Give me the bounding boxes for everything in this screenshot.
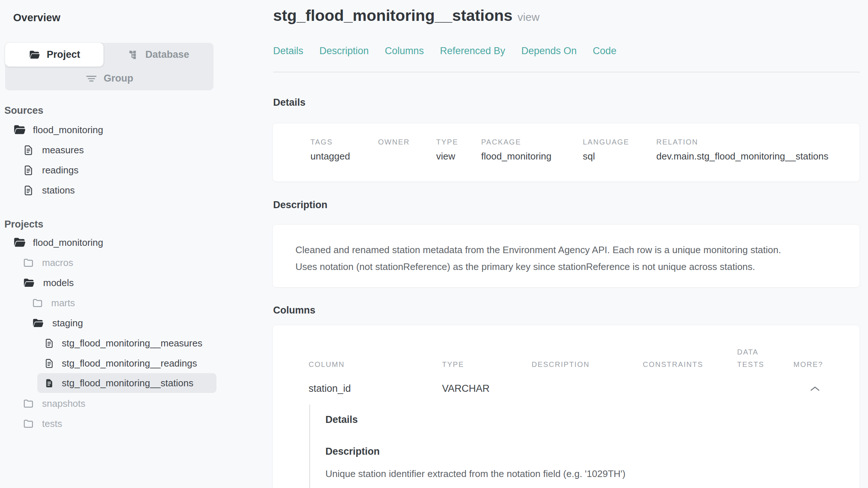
col-header-column: COLUMN <box>309 358 442 371</box>
overview-heading: Overview <box>13 12 60 24</box>
sidebar-item-marts[interactable]: marts <box>32 293 75 313</box>
nav-link-columns[interactable]: Columns <box>385 45 424 57</box>
projects-section-label: Projects <box>4 219 44 230</box>
col-header-data-tests: DATA TESTS <box>737 346 793 371</box>
sidebar-view-tabs: Project Database Group <box>5 43 214 90</box>
column-description-heading: Description <box>325 446 836 457</box>
columns-table-header: COLUMN TYPE DESCRIPTION CONSTRAINTS DATA… <box>309 346 842 371</box>
folder-open-icon <box>13 236 26 249</box>
sidebar-item-staging[interactable]: staging <box>32 313 83 333</box>
folder-icon <box>32 297 43 308</box>
header-divider <box>273 72 860 72</box>
details-fields: TAGS untagged OWNER TYPE view PACKAGE fl… <box>273 123 860 162</box>
sidebar-item-source-flood-monitoring[interactable]: flood_monitoring <box>13 120 103 140</box>
description-heading: Description <box>273 199 328 211</box>
nav-link-description[interactable]: Description <box>320 45 369 57</box>
tab-database-label: Database <box>145 49 189 60</box>
field-type: TYPE view <box>436 138 481 162</box>
sidebar-item-models[interactable]: models <box>23 273 74 293</box>
col-header-description: DESCRIPTION <box>532 358 643 371</box>
folder-open-icon <box>23 277 35 289</box>
field-relation: RELATION dev.main.stg_flood_monitoring__… <box>656 138 860 162</box>
nav-link-code[interactable]: Code <box>593 45 616 57</box>
nav-link-details[interactable]: Details <box>273 45 303 57</box>
file-icon <box>23 185 34 196</box>
sidebar-item-source-measures[interactable]: measures <box>23 140 84 160</box>
file-icon <box>44 358 54 368</box>
model-description-text: Cleaned and renamed station metadata fro… <box>273 225 860 275</box>
column-expanded-panel: Details Description Unique station ident… <box>309 405 836 488</box>
dbt-docs-page: Overview Project Database Group Sources … <box>0 0 868 488</box>
columns-card: COLUMN TYPE DESCRIPTION CONSTRAINTS DATA… <box>272 325 860 488</box>
cell-column-type: VARCHAR <box>442 383 532 394</box>
column-description-text: Unique station identifier extracted from… <box>325 468 836 480</box>
sidebar-item-source-stations[interactable]: stations <box>23 180 75 200</box>
file-filled-icon <box>44 378 54 388</box>
file-icon <box>23 165 34 176</box>
model-name: stg_flood_monitoring__stations <box>273 7 513 24</box>
sidebar-item-stg-measures[interactable]: stg_flood_monitoring__measures <box>44 333 202 353</box>
nav-link-depends-on[interactable]: Depends On <box>521 45 577 57</box>
sidebar-item-stg-stations-selected[interactable]: stg_flood_monitoring__stations <box>44 373 193 393</box>
description-card: Cleaned and renamed station metadata fro… <box>272 224 860 288</box>
folder-open-icon <box>29 49 40 61</box>
tab-group[interactable]: Group <box>5 67 214 90</box>
col-header-more: MORE? <box>793 358 842 371</box>
folder-icon <box>23 257 34 268</box>
database-tree-icon <box>128 49 139 60</box>
folder-icon <box>23 398 34 409</box>
file-icon <box>44 338 54 348</box>
sidebar-item-stg-readings[interactable]: stg_flood_monitoring__readings <box>44 353 197 373</box>
filter-lines-icon <box>86 74 97 84</box>
column-details-heading: Details <box>325 414 836 425</box>
tab-group-label: Group <box>104 73 133 84</box>
sidebar-item-macros[interactable]: macros <box>23 252 73 273</box>
col-header-constraints: CONSTRAINTS <box>643 358 737 371</box>
folder-icon <box>23 418 34 429</box>
sidebar-item-tests[interactable]: tests <box>23 413 62 434</box>
details-heading: Details <box>273 97 306 108</box>
field-tags: TAGS untagged <box>310 138 378 162</box>
columns-heading: Columns <box>273 305 316 316</box>
field-package: PACKAGE flood_monitoring <box>481 138 583 162</box>
col-header-type: TYPE <box>442 358 532 371</box>
chevron-up-icon[interactable] <box>809 386 820 392</box>
cell-column-name: station_id <box>309 383 442 394</box>
field-language: LANGUAGE sql <box>583 138 656 162</box>
sidebar-item-project-flood-monitoring[interactable]: flood_monitoring <box>13 232 103 253</box>
table-row-station-id[interactable]: station_id VARCHAR <box>309 383 842 394</box>
tab-project[interactable]: Project <box>5 43 103 67</box>
anchor-nav: Details Description Columns Referenced B… <box>273 45 616 57</box>
sidebar-item-snapshots[interactable]: snapshots <box>23 393 86 414</box>
details-card: TAGS untagged OWNER TYPE view PACKAGE fl… <box>272 123 860 182</box>
sidebar-item-source-readings[interactable]: readings <box>23 160 79 180</box>
field-owner: OWNER <box>378 138 436 162</box>
file-icon <box>23 144 34 155</box>
sidebar: Overview Project Database Group Sources … <box>0 0 271 488</box>
nav-link-referenced-by[interactable]: Referenced By <box>440 45 505 57</box>
folder-open-icon <box>32 317 44 329</box>
tab-database[interactable]: Database <box>103 43 214 67</box>
sources-section-label: Sources <box>4 105 44 116</box>
tab-project-label: Project <box>47 49 80 60</box>
page-title: stg_flood_monitoring__stationsview <box>273 7 540 25</box>
materialization-badge: view <box>518 11 540 23</box>
folder-open-icon <box>13 123 26 136</box>
